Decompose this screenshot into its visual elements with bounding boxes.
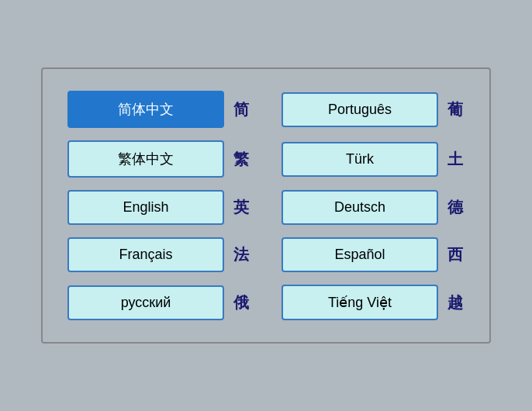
lang-abbr-left-0: 简 — [232, 99, 250, 120]
lang-btn-简体中文[interactable]: 简体中文 — [67, 91, 224, 128]
lang-btn-tiếng-việt[interactable]: Tiếng Việt — [282, 285, 438, 320]
lang-abbr-right-4: 越 — [446, 292, 465, 313]
lang-abbr-left-3: 法 — [232, 244, 250, 265]
lang-abbr-left-2: 英 — [232, 197, 250, 218]
lang-abbr-right-0: 葡 — [446, 99, 465, 120]
lang-row-left-1: 繁体中文繁 — [67, 140, 250, 178]
lang-row-left-2: English英 — [67, 190, 250, 225]
lang-abbr-left-4: 俄 — [232, 292, 250, 313]
lang-row-right-0: Português葡 — [282, 91, 465, 128]
lang-btn-español[interactable]: Español — [282, 237, 438, 272]
lang-row-right-3: Español西 — [282, 237, 465, 272]
lang-row-right-4: Tiếng Việt越 — [282, 285, 465, 320]
lang-btn-русский[interactable]: русский — [67, 285, 224, 320]
lang-abbr-right-2: 德 — [446, 197, 465, 218]
lang-abbr-right-1: 土 — [446, 149, 465, 170]
lang-row-right-1: Türk土 — [282, 140, 465, 178]
lang-row-left-3: Français法 — [67, 237, 250, 272]
lang-btn-français[interactable]: Français — [67, 237, 224, 272]
lang-btn-english[interactable]: English — [67, 190, 224, 225]
lang-row-left-0: 简体中文简 — [67, 91, 250, 128]
lang-btn-繁体中文[interactable]: 繁体中文 — [67, 140, 224, 178]
lang-abbr-right-3: 西 — [446, 244, 465, 265]
lang-row-right-2: Deutsch德 — [282, 190, 465, 225]
lang-abbr-left-1: 繁 — [232, 149, 250, 170]
lang-btn-türk[interactable]: Türk — [282, 142, 438, 177]
lang-btn-deutsch[interactable]: Deutsch — [282, 190, 438, 225]
language-selector-panel: 简体中文简Português葡繁体中文繁Türk土English英Deutsch… — [41, 67, 491, 344]
lang-btn-português[interactable]: Português — [282, 92, 438, 127]
lang-row-left-4: русский俄 — [67, 285, 250, 320]
